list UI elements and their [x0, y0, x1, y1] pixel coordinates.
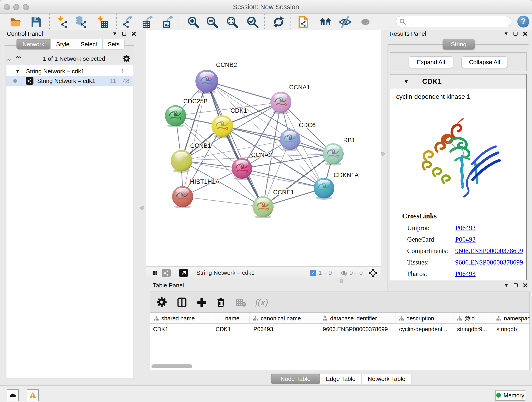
crosslink-link[interactable]: P06493 [455, 236, 476, 243]
control-panel-tabs: Network Style Select Sets [17, 39, 125, 50]
gene-entry-header[interactable]: ▼ CDK1 [390, 75, 526, 89]
panel-menu-icon[interactable]: ▼ [504, 282, 509, 288]
tab-select[interactable]: Select [75, 39, 103, 50]
network-collection-row[interactable]: ▼ String Network – cdk1 1 [6, 66, 133, 76]
network-row-selected[interactable]: String Network – cdk1 11 48 [6, 76, 133, 86]
column-header-namespace[interactable]: namespac [493, 313, 530, 323]
right-splitter-handle[interactable] [381, 152, 385, 156]
network-node-CCNA1[interactable] [270, 92, 291, 114]
expand-all-button[interactable]: Expand All [409, 56, 453, 68]
tab-edge-table[interactable]: Edge Table [320, 374, 361, 384]
memory-button[interactable]: Memory [495, 390, 525, 401]
network-node-CCNE1[interactable] [253, 196, 273, 218]
hidden-eye-icon[interactable] [340, 269, 347, 276]
column-header-shared-name[interactable]: shared name [150, 313, 212, 323]
toolbar-separator [49, 14, 50, 29]
float-panel-icon[interactable] [513, 283, 519, 288]
gear-icon[interactable] [157, 297, 167, 307]
selected-checkbox[interactable]: ✓ [310, 270, 316, 276]
panel-menu-icon[interactable]: ▼ [112, 31, 117, 37]
delete-icon[interactable] [216, 297, 226, 307]
open-folder-icon[interactable] [10, 16, 22, 28]
column-header-name[interactable]: name [212, 313, 250, 323]
crosslink-link[interactable]: 9606.ENSP00000378699 [455, 247, 523, 255]
node-label-CCNB2: CCNB2 [216, 61, 237, 68]
table-horizontal-scrollbar[interactable] [152, 364, 192, 368]
home-houses-icon[interactable] [319, 16, 331, 28]
network-node-CCNA2[interactable] [232, 158, 252, 180]
tab-node-table[interactable]: Node Table [271, 374, 320, 384]
export-table-icon[interactable] [142, 16, 155, 28]
network-view-canvas[interactable]: CCNB2CCNA1CDC25BCDK1CDC6RB1CCNB1CCNA2CDK… [146, 30, 381, 266]
edge-count: 48 [123, 77, 129, 85]
network-node-RB1[interactable] [323, 143, 344, 166]
grid-icon[interactable] [151, 269, 159, 277]
column-header-canonical-name[interactable]: canonical name [250, 313, 319, 323]
close-panel-icon[interactable] [523, 283, 528, 288]
float-panel-icon[interactable] [513, 31, 518, 36]
collapse-all-button[interactable]: Collapse All [462, 56, 508, 68]
zoom-fit-icon[interactable] [226, 16, 238, 28]
tab-style[interactable]: Style [51, 39, 75, 50]
string-network-graph[interactable]: CCNB2CCNA1CDC25BCDK1CDC6RB1CCNB1CCNA2CDK… [146, 30, 381, 266]
network-node-CDC25B[interactable] [165, 105, 186, 128]
warning-status-button[interactable] [27, 389, 39, 401]
import-network-database-icon[interactable] [75, 16, 88, 28]
column-header-description[interactable]: description [395, 313, 453, 323]
crosslink-link[interactable]: P06493 [455, 270, 476, 278]
hide-eye-icon[interactable] [339, 16, 351, 28]
birdseye-icon[interactable] [179, 269, 188, 277]
close-panel-icon[interactable] [131, 31, 137, 36]
help-icon[interactable]: ? [517, 16, 529, 27]
export-image-icon[interactable] [163, 16, 175, 28]
column-header-database-identifier[interactable]: database identifier [319, 313, 395, 323]
network-list-toolbar: ⌄⌄ ⌃⌃ 1 of 1 Network selected [5, 53, 133, 64]
add-column-icon[interactable] [196, 297, 206, 307]
node-table[interactable]: shared name name canonical name database… [150, 313, 530, 370]
import-table-icon[interactable] [96, 16, 108, 28]
cloud-status-button[interactable] [7, 389, 19, 401]
zoom-out-icon[interactable] [206, 16, 218, 28]
network-edge [183, 197, 263, 207]
tab-sets[interactable]: Sets [103, 39, 125, 50]
left-splitter-handle[interactable] [140, 206, 144, 210]
clipboard-network-icon[interactable] [297, 16, 310, 28]
share-network-icon[interactable] [162, 269, 171, 277]
table-panel-tabs: Node Table Edge Table Network Table [271, 374, 412, 384]
table-row[interactable]: CDK1 CDK1 P06493 9606.ENSP00000378699 cy… [150, 324, 530, 334]
table-panel-title: Table Panel [153, 282, 184, 289]
node-label-CCNA1: CCNA1 [289, 84, 310, 91]
crosslink-link[interactable]: P06493 [455, 224, 476, 232]
collapse-arrow-icon[interactable]: ▼ [15, 68, 20, 74]
network-options-gear-icon[interactable] [123, 55, 130, 63]
close-panel-icon[interactable] [522, 31, 528, 36]
search-input[interactable] [396, 16, 511, 27]
network-node-CDKN1A[interactable] [314, 178, 334, 200]
collapse-all-networks-icon[interactable]: ⌄⌄ [5, 55, 9, 62]
panel-menu-icon[interactable]: ▼ [504, 31, 509, 37]
tab-network-table[interactable]: Network Table [361, 374, 412, 384]
import-network-file-icon[interactable] [56, 16, 69, 28]
zoom-in-icon[interactable] [187, 16, 199, 28]
table-panel-header-icons: ▼ [504, 282, 528, 288]
expand-all-networks-icon[interactable]: ⌃⌃ [15, 55, 20, 62]
toolbar-separator [291, 14, 291, 29]
network-node-CDK1[interactable] [211, 115, 233, 138]
zoom-selected-icon[interactable] [246, 16, 259, 28]
network-node-CCNB1[interactable] [171, 150, 192, 172]
collection-count: 1 [121, 68, 124, 75]
tab-network[interactable]: Network [17, 39, 51, 50]
collapse-entry-icon[interactable]: ▼ [404, 78, 409, 85]
refresh-layout-icon[interactable] [272, 16, 285, 28]
separator [192, 268, 192, 278]
crosslink-link[interactable]: 9606.ENSP00000378699 [455, 259, 523, 266]
network-node-HIST1H1A[interactable] [172, 186, 193, 208]
column-header-id[interactable]: @id [453, 313, 493, 323]
crosshair-icon[interactable] [368, 268, 378, 278]
tab-string[interactable]: String [443, 39, 475, 50]
columns-icon[interactable] [177, 297, 186, 307]
float-panel-icon[interactable] [121, 31, 127, 36]
export-network-icon[interactable] [122, 16, 134, 28]
save-icon[interactable] [30, 16, 42, 28]
network-node-CDC6[interactable] [280, 129, 300, 151]
